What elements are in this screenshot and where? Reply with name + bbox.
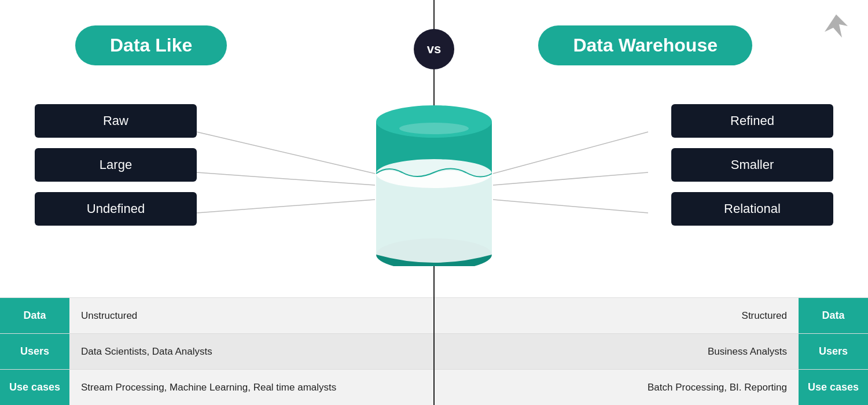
left-features: Raw Large Undefined <box>35 104 197 226</box>
users-label-right: Users <box>799 334 868 369</box>
page-container: vs Data Like Data Warehouse Raw Large Un… <box>0 0 868 405</box>
left-header: Data Like <box>75 25 227 65</box>
data-value-left: Unstructured <box>69 298 433 333</box>
vs-circle: vs <box>414 29 454 69</box>
svg-point-10 <box>399 123 469 134</box>
right-header-label: Data Warehouse <box>573 35 718 56</box>
bird-logo <box>822 12 851 41</box>
data-label-right: Data <box>799 298 868 333</box>
right-feature-relational: Relational <box>671 192 833 226</box>
users-value-left: Data Scientists, Data Analysts <box>69 334 433 369</box>
usecases-value-right: Batch Processing, BI. Reporting <box>435 370 799 405</box>
svg-point-9 <box>376 159 492 188</box>
data-cylinder <box>370 98 498 266</box>
right-feature-refined: Refined <box>671 104 833 138</box>
svg-line-2 <box>197 200 375 213</box>
svg-line-0 <box>197 132 375 174</box>
usecases-value-left: Stream Processing, Machine Learning, Rea… <box>69 370 433 405</box>
svg-line-4 <box>493 172 648 185</box>
svg-line-5 <box>493 200 648 213</box>
left-feature-large: Large <box>35 148 197 182</box>
users-label-left: Users <box>0 334 69 369</box>
vs-label: vs <box>427 42 441 57</box>
right-feature-smaller: Smaller <box>671 148 833 182</box>
usecases-label-left: Use cases <box>0 370 69 405</box>
right-features: Refined Smaller Relational <box>671 104 833 226</box>
svg-line-3 <box>493 132 648 174</box>
svg-line-1 <box>197 172 375 185</box>
data-value-right: Structured <box>435 298 799 333</box>
right-header: Data Warehouse <box>538 25 752 65</box>
left-feature-raw: Raw <box>35 104 197 138</box>
users-value-right: Business Analysts <box>435 334 799 369</box>
usecases-label-right: Use cases <box>799 370 868 405</box>
data-label-left: Data <box>0 298 69 333</box>
svg-marker-11 <box>825 14 848 38</box>
left-header-label: Data Like <box>110 35 192 56</box>
left-feature-undefined: Undefined <box>35 192 197 226</box>
